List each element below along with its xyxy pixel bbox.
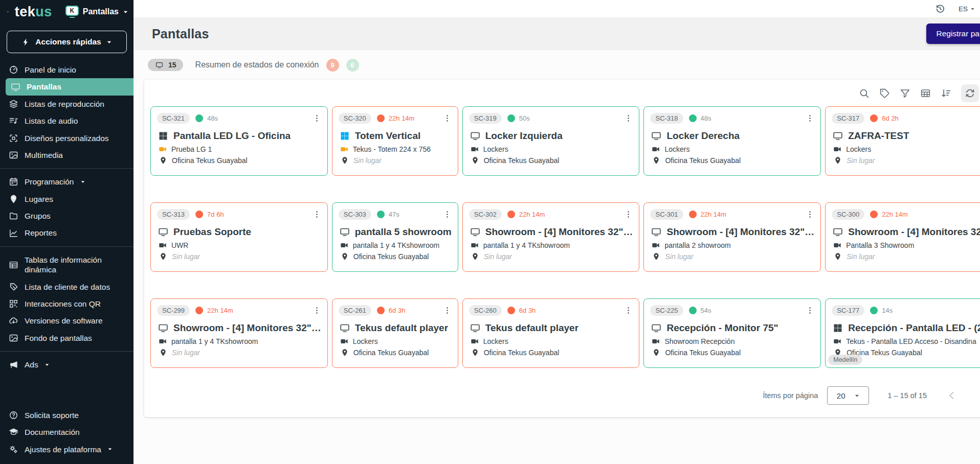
screen-card[interactable]: SC-225 54s Recepción - Monitor 75" Showr… xyxy=(643,298,821,368)
sidebar-item-listas-de-reproduccion[interactable]: Listas de reproducción xyxy=(0,96,133,112)
history-icon[interactable] xyxy=(935,4,945,14)
location-link[interactable]: Oficina Tekus Guayabal xyxy=(484,156,560,165)
location-link[interactable]: Oficina Tekus Guayabal xyxy=(484,349,560,357)
location-link[interactable]: Oficina Tekus Guayabal xyxy=(353,252,429,261)
screen-title[interactable]: Pruebas Soporte xyxy=(173,226,251,238)
next-page-button[interactable] xyxy=(977,390,980,401)
screen-card[interactable]: SC-318 48s Locker Derecha Lockers Oficin… xyxy=(643,106,821,176)
screen-title[interactable]: Locker Derecha xyxy=(666,130,740,142)
screen-card[interactable]: SC-320 22h 14m Totem Vertical Tekus - To… xyxy=(332,106,458,176)
card-menu-button[interactable] xyxy=(443,306,452,315)
screen-card[interactable]: SC-300 22h 14m Showroom - [4] Monitores … xyxy=(825,202,980,272)
playlist-link[interactable]: Lockers xyxy=(664,145,689,153)
sidebar-item-panel-de-inicio[interactable]: Panel de inicio xyxy=(0,61,133,78)
playlist-link[interactable]: Pantalla 3 Showroom xyxy=(846,241,914,249)
screen-card[interactable]: SC-299 22h 14m Showroom - [4] Monitores … xyxy=(150,298,328,368)
sidebar-item-ads[interactable]: Ads xyxy=(0,356,133,373)
playlist-link[interactable]: Lockers xyxy=(846,145,871,153)
sidebar-item-reportes[interactable]: Reportes xyxy=(0,224,133,241)
screen-card[interactable]: SC-321 48s Pantalla LED LG - Oficina Pru… xyxy=(150,106,328,176)
sidebar-item-lista-de-cliente-de-datos[interactable]: Lista de cliente de datos xyxy=(0,279,133,295)
filter-icon[interactable] xyxy=(900,88,910,99)
sidebar-item-ajustes-de-plataforma[interactable]: Ajustes de plataforma xyxy=(0,441,133,458)
sidebar-item-versiones-de-software[interactable]: Versiones de software xyxy=(0,312,133,329)
card-menu-button[interactable] xyxy=(806,210,814,219)
playlist-link[interactable]: Tekus - Totem 224 x 756 xyxy=(353,145,431,153)
search-icon[interactable] xyxy=(859,88,870,99)
sidebar-item-multimedia[interactable]: Multimedia xyxy=(0,147,133,164)
card-menu-button[interactable] xyxy=(624,114,633,123)
playlist-link[interactable]: Showroom Recepción xyxy=(664,337,734,345)
app-selector-dropdown[interactable]: K Pantallas xyxy=(65,6,128,18)
screen-title[interactable]: ZAFRA-TEST xyxy=(848,130,909,142)
screen-title[interactable]: Showroom - [4] Monitores 32"… xyxy=(666,226,814,238)
sidebar-item-interacciones-con-qr[interactable]: Interacciones con QR xyxy=(0,295,133,312)
screen-card[interactable]: SC-301 22h 14m Showroom - [4] Monitores … xyxy=(643,202,821,272)
tag-icon[interactable] xyxy=(879,88,890,99)
screen-card[interactable]: SC-313 7d 6h Pruebas Soporte UWR Sin lug… xyxy=(150,202,328,272)
sidebar-item-disenos-personalizados[interactable]: Diseños personalizados xyxy=(0,130,133,147)
sidebar-item-documentacion[interactable]: Documentación xyxy=(0,424,133,440)
sidebar-item-grupos[interactable]: Grupos xyxy=(0,207,133,224)
previous-page-button[interactable] xyxy=(946,390,957,401)
sidebar-item-tablas-de-informacion-dinamica[interactable]: Tablas de información dinámica xyxy=(0,251,133,279)
screen-title[interactable]: Totem Vertical xyxy=(355,130,420,142)
screen-card[interactable]: SC-177 14s Recepción - Pantalla LED - (2… xyxy=(825,298,980,368)
audio-list-icon xyxy=(9,116,18,126)
card-menu-button[interactable] xyxy=(313,210,321,219)
screen-card[interactable]: SC-317 6d 2h ZAFRA-TEST Lockers Sin luga… xyxy=(825,106,980,176)
location-link[interactable]: Oficina Tekus Guayabal xyxy=(353,349,429,357)
playlist-link[interactable]: UWR xyxy=(171,241,188,249)
playlist-link[interactable]: Lockers xyxy=(483,145,508,153)
screen-card[interactable]: SC-302 22h 14m Showroom - [4] Monitores … xyxy=(462,202,640,272)
card-menu-button[interactable] xyxy=(624,306,633,315)
location-link[interactable]: Oficina Tekus Guayabal xyxy=(665,156,741,165)
screen-title[interactable]: Tekus default player xyxy=(355,322,448,334)
playlist-link[interactable]: Lockers xyxy=(483,337,508,345)
sync-icon[interactable] xyxy=(961,84,979,102)
table-view-icon[interactable] xyxy=(920,88,931,99)
screen-card[interactable]: SC-261 6d 3h Tekus default player Locker… xyxy=(332,298,458,368)
screen-title[interactable]: Tekus default player xyxy=(485,322,578,334)
screen-card[interactable]: SC-319 50s Locker Izquierda Lockers Ofic… xyxy=(462,106,640,176)
card-menu-button[interactable] xyxy=(443,114,452,123)
screen-title[interactable]: Showroom - [4] Monitores 32"… xyxy=(848,226,980,238)
sidebar-item-programacion[interactable]: Programación xyxy=(0,173,133,190)
location-link[interactable]: Oficina Tekus Guayabal xyxy=(172,156,248,165)
sidebar-item-listas-de-audio[interactable]: Listas de audio xyxy=(0,112,133,129)
location-link[interactable]: Oficina Tekus Guayabal xyxy=(665,349,741,357)
screen-title[interactable]: Recepción - Monitor 75" xyxy=(666,322,778,334)
sidebar-item-solicita-soporte[interactable]: Solicita soporte xyxy=(0,407,133,424)
card-menu-button[interactable] xyxy=(624,210,633,219)
quick-actions-button[interactable]: Acciones rápidas xyxy=(7,31,127,53)
playlist-link[interactable]: Prueba LG 1 xyxy=(171,145,212,153)
playlist-link[interactable]: pantalla 1 y 4 TKshowroom xyxy=(483,241,570,249)
sidebar-item-lugares[interactable]: Lugares xyxy=(0,191,133,207)
language-selector[interactable]: ES xyxy=(959,5,975,13)
screen-title[interactable]: pantalla 5 showroom xyxy=(355,226,452,238)
card-menu-button[interactable] xyxy=(806,306,814,315)
screen-title[interactable]: Locker Izquierda xyxy=(485,130,563,142)
register-screen-button[interactable]: Registrar pantalla xyxy=(926,24,980,44)
screen-title[interactable]: Showroom - [4] Monitores 32"… xyxy=(485,226,633,238)
playlist-link[interactable]: pantalla 1 y 4 TKshowroom xyxy=(353,241,439,249)
sort-icon[interactable] xyxy=(941,88,951,99)
card-menu-button[interactable] xyxy=(313,306,321,315)
menu-icon[interactable] xyxy=(7,6,9,18)
sidebar-item-pantallas[interactable]: Pantallas xyxy=(6,78,133,95)
card-menu-button[interactable] xyxy=(313,114,321,123)
card-menu-button[interactable] xyxy=(806,114,814,123)
location-label: Sin lugar xyxy=(665,252,693,261)
screen-title[interactable]: Pantalla LED LG - Oficina xyxy=(173,130,291,142)
sidebar-item-fondo-de-pantallas[interactable]: Fondo de pantallas xyxy=(0,330,133,346)
playlist-link[interactable]: pantalla 1 y 4 TKshowroom xyxy=(171,337,258,345)
screen-title[interactable]: Showroom - [4] Monitores 32"… xyxy=(173,322,321,334)
screen-title[interactable]: Recepción - Pantalla LED - (2… xyxy=(848,322,980,334)
playlist-link[interactable]: Tekus - Pantalla LED Acceso - Disandina xyxy=(846,337,976,345)
items-per-page-select[interactable]: 20 xyxy=(827,386,869,405)
playlist-link[interactable]: Lockers xyxy=(353,337,378,345)
screen-card[interactable]: SC-303 47s pantalla 5 showroom pantalla … xyxy=(332,202,458,272)
playlist-link[interactable]: pantalla 2 showroom xyxy=(664,241,730,249)
card-menu-button[interactable] xyxy=(443,210,452,219)
screen-card[interactable]: SC-260 6d 3h Tekus default player Locker… xyxy=(462,298,640,368)
